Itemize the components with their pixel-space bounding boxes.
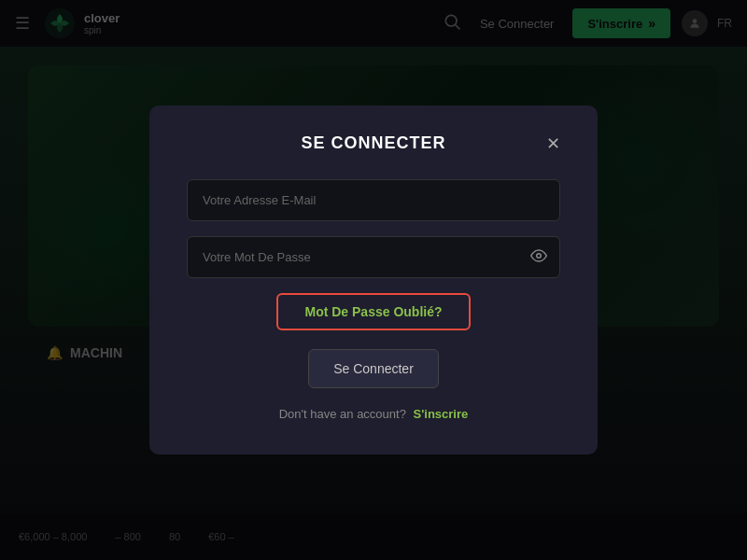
no-account-text: Don't have an account? xyxy=(279,407,406,421)
svg-point-4 xyxy=(537,253,542,258)
register-row: Don't have an account? S'inscrire xyxy=(187,407,560,421)
email-input[interactable] xyxy=(187,179,560,221)
password-toggle-icon[interactable] xyxy=(530,247,547,268)
modal-close-button[interactable]: ✕ xyxy=(546,135,560,152)
register-link[interactable]: S'inscrire xyxy=(414,407,469,421)
password-field-wrapper xyxy=(187,236,560,278)
login-submit-button[interactable]: Se Connecter xyxy=(308,349,439,388)
modal-title: SE CONNECTER xyxy=(301,133,445,153)
email-field-wrapper xyxy=(187,179,560,221)
password-input[interactable] xyxy=(187,236,560,278)
forgot-password-button[interactable]: Mot De Passe Oublié? xyxy=(276,293,470,330)
login-modal: SE CONNECTER ✕ Mot De Passe Oublié? Se C… xyxy=(149,105,598,455)
modal-header: SE CONNECTER ✕ xyxy=(187,133,560,153)
